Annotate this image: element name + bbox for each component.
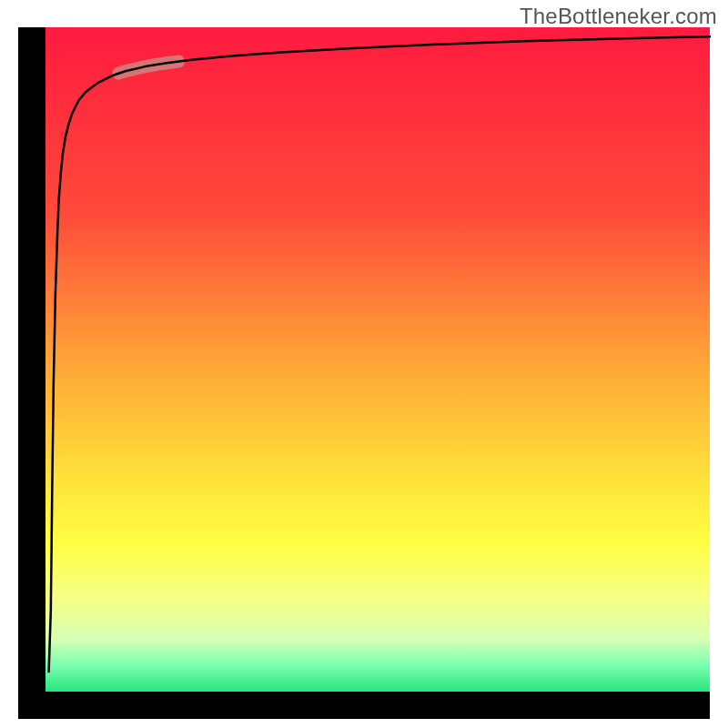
plot-outer [18,27,710,719]
x-axis-band [18,692,710,719]
watermark-text: TheBottleneker.com [520,4,717,29]
y-axis-band [18,27,46,719]
chart-frame: TheBottleneker.com [0,0,728,728]
bottleneck-curve [49,36,710,672]
chart-svg [46,27,710,692]
